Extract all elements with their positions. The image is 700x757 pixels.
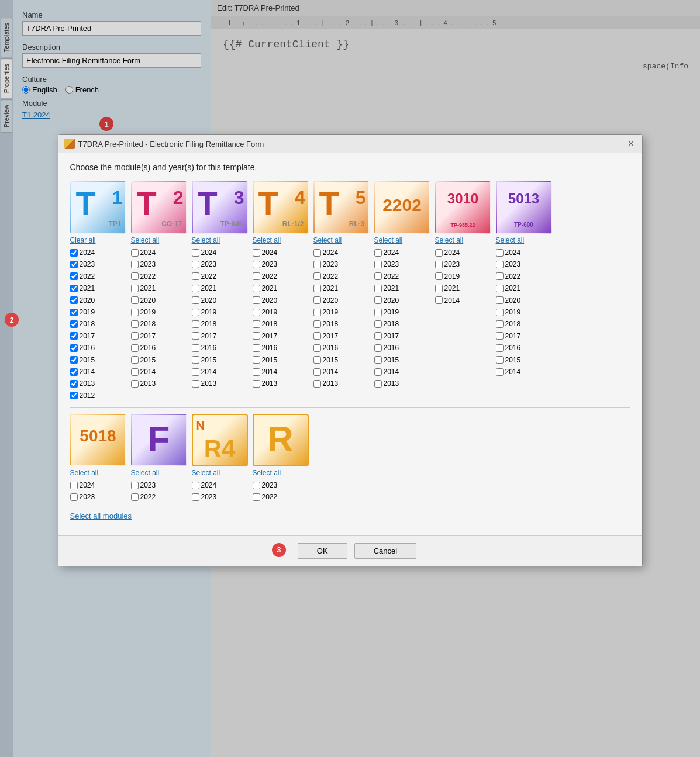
t2-select-all-link[interactable]: Select all [131,236,160,244]
t5-cb-2013[interactable] [313,380,321,388]
t1-cb-2020[interactable] [70,296,78,304]
t3-cb-2016[interactable] [192,344,199,352]
2202-cb-2024[interactable] [374,249,382,257]
t3-cb-2020[interactable] [192,296,199,304]
t5-cb-2021[interactable] [313,285,321,292]
t3-cb-2023[interactable] [192,261,199,268]
t2-cb-2014[interactable] [131,368,139,376]
5013-cb-2015[interactable] [496,356,504,364]
5013-cb-2016[interactable] [496,344,504,352]
3010-cb-2024[interactable] [435,249,443,257]
2202-cb-2018[interactable] [374,320,382,328]
t2-cb-2021[interactable] [131,285,139,292]
t4-cb-2019[interactable] [253,309,260,316]
t1-cb-2014[interactable] [70,368,78,376]
t1-cb-2016[interactable] [70,344,78,352]
t5-cb-2023[interactable] [313,261,321,268]
2202-cb-2023[interactable] [374,261,382,268]
5013-cb-2018[interactable] [496,320,504,328]
5013-cb-2023[interactable] [496,261,504,268]
t2-cb-2024[interactable] [131,249,139,257]
t4-cb-2022[interactable] [253,272,260,280]
t1-cb-2012[interactable] [70,392,78,399]
f-cb-2022[interactable] [131,493,139,501]
f-select-all-link[interactable]: Select all [131,469,160,477]
nr4-select-all-link[interactable]: Select all [192,469,220,477]
t3-cb-2014[interactable] [192,368,199,376]
t2-cb-2017[interactable] [131,332,139,340]
t4-cb-2016[interactable] [253,344,260,352]
t5-select-all-link[interactable]: Select all [313,236,342,244]
t4-cb-2015[interactable] [253,356,260,364]
5013-cb-2021[interactable] [496,285,504,292]
t5-cb-2018[interactable] [313,320,321,328]
t1-cb-2018[interactable] [70,320,78,328]
t4-cb-2017[interactable] [253,332,260,340]
r-cb-2023[interactable] [253,482,260,489]
t4-cb-2014[interactable] [253,368,260,376]
3010-select-all-link[interactable]: Select all [435,236,464,244]
2202-cb-2014[interactable] [374,368,382,376]
t1-cb-2015[interactable] [70,356,78,364]
2202-cb-2016[interactable] [374,344,382,352]
2202-cb-2021[interactable] [374,285,382,292]
5013-cb-2020[interactable] [496,296,504,304]
t3-cb-2022[interactable] [192,272,199,280]
t2-cb-2016[interactable] [131,344,139,352]
2202-cb-2017[interactable] [374,332,382,340]
t1-cb-2024[interactable] [70,249,78,257]
t2-cb-2019[interactable] [131,309,139,316]
t1-cb-2019[interactable] [70,309,78,316]
2202-select-all-link[interactable]: Select all [374,236,403,244]
t1-clear-all-link[interactable]: Clear all [70,236,96,244]
t3-cb-2021[interactable] [192,285,199,292]
t1-cb-2021[interactable] [70,285,78,292]
5013-cb-2014[interactable] [496,368,504,376]
t4-select-all-link[interactable]: Select all [253,236,281,244]
t2-cb-2015[interactable] [131,356,139,364]
t3-cb-2013[interactable] [192,380,199,388]
t2-cb-2013[interactable] [131,380,139,388]
5018-select-all-link[interactable]: Select all [70,469,99,477]
t5-cb-2019[interactable] [313,309,321,316]
t2-cb-2018[interactable] [131,320,139,328]
t5-cb-2017[interactable] [313,332,321,340]
modal-close-button[interactable]: × [626,139,636,149]
t5-cb-2016[interactable] [313,344,321,352]
t3-cb-2019[interactable] [192,309,199,316]
t5-cb-2014[interactable] [313,368,321,376]
5013-cb-2024[interactable] [496,249,504,257]
t2-cb-2023[interactable] [131,261,139,268]
5013-cb-2017[interactable] [496,332,504,340]
t5-cb-2015[interactable] [313,356,321,364]
t4-cb-2013[interactable] [253,380,260,388]
t1-cb-2013[interactable] [70,380,78,388]
r-cb-2022[interactable] [253,493,260,501]
t1-cb-2017[interactable] [70,332,78,340]
f-cb-2023[interactable] [131,482,139,489]
3010-cb-2021[interactable] [435,285,443,292]
5013-select-all-link[interactable]: Select all [496,236,525,244]
t4-cb-2021[interactable] [253,285,260,292]
t4-cb-2024[interactable] [253,249,260,257]
r-select-all-link[interactable]: Select all [253,469,281,477]
t3-cb-2018[interactable] [192,320,199,328]
t3-select-all-link[interactable]: Select all [192,236,220,244]
ok-button[interactable]: OK [298,543,347,559]
t4-cb-2020[interactable] [253,296,260,304]
nr4-cb-2023[interactable] [192,493,199,501]
t5-cb-2020[interactable] [313,296,321,304]
3010-cb-2023[interactable] [435,261,443,268]
2202-cb-2013[interactable] [374,380,382,388]
cancel-button[interactable]: Cancel [354,543,416,559]
t4-cb-2023[interactable] [253,261,260,268]
5018-cb-2024[interactable] [70,482,78,489]
t4-cb-2018[interactable] [253,320,260,328]
t3-cb-2015[interactable] [192,356,199,364]
2202-cb-2022[interactable] [374,272,382,280]
t1-cb-2023[interactable] [70,261,78,268]
t1-cb-2022[interactable] [70,272,78,280]
t5-cb-2022[interactable] [313,272,321,280]
t3-cb-2024[interactable] [192,249,199,257]
nr4-cb-2024[interactable] [192,482,199,489]
